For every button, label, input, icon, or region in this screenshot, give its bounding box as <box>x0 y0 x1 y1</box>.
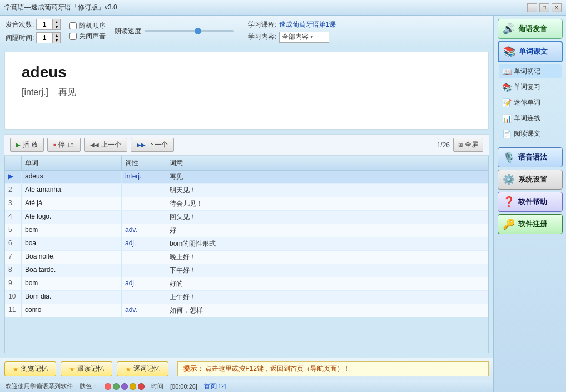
right-sidebar: 🔊 葡语发音 📚 单词课文 📖单词初记📚单词复习📝迷你单词📊单词连线📄阅读课文 … <box>494 16 566 392</box>
help-label: 软件帮助 <box>518 197 547 207</box>
close-sound-checkbox[interactable]: 关闭声音 <box>69 32 106 41</box>
follow-memory-button[interactable]: ★ 跟读记忆 <box>61 361 112 376</box>
row-pos <box>122 197 166 210</box>
help-button[interactable]: ❓ 软件帮助 <box>498 192 563 212</box>
spinner-up-interval[interactable]: ▲ <box>52 33 60 38</box>
skin-dot-0[interactable] <box>105 383 111 390</box>
phonetic-text: [interj.] <box>22 87 48 97</box>
browse-memory-button[interactable]: ★ 浏览记忆 <box>4 361 56 376</box>
pronunciation-button[interactable]: 🔊 葡语发音 <box>498 19 563 39</box>
row-word: bem <box>22 224 122 237</box>
skin-dots <box>105 383 145 390</box>
content-row: 学习内容: 全部内容 ▼ <box>248 32 336 43</box>
header-word: 单词 <box>22 156 122 170</box>
row-pos <box>122 251 166 264</box>
sidebar-sub-btn-4[interactable]: 📄阅读课文 <box>499 127 562 141</box>
sidebar-sub-btn-1[interactable]: 📚单词复习 <box>499 80 562 94</box>
table-row[interactable]: 7 Boa noite. 晚上好！ <box>5 251 488 264</box>
fullscreen-button[interactable]: ⊞ 全屏 <box>453 138 483 152</box>
random-order-input[interactable] <box>69 22 77 29</box>
table-row[interactable]: 11 como adv. 如何，怎样 <box>5 304 488 317</box>
grammar-label: 语音语法 <box>518 152 547 162</box>
row-num: 11 <box>5 304 22 317</box>
window-controls: — □ × <box>527 3 562 12</box>
pronounce-count-input[interactable]: 1 <box>37 19 52 29</box>
table-row[interactable]: 3 Até já. 待会儿见！ <box>5 197 488 211</box>
spinner-down-interval[interactable]: ▼ <box>52 38 60 43</box>
word-by-word-button[interactable]: ★ 逐词记忆 <box>117 361 168 376</box>
table-row[interactable]: 6 boa adj. bom的阴性形式 <box>5 237 488 251</box>
home-label[interactable]: 首页[12] <box>204 382 226 390</box>
word-table-body[interactable]: ▶ adeus interj. 再见 2 Até amanhã. 明天见！ 3 … <box>5 171 488 353</box>
row-num: 7 <box>5 251 22 264</box>
minimize-button[interactable]: — <box>527 3 537 12</box>
row-meaning: 待会儿见！ <box>166 197 488 210</box>
tip-box[interactable]: 提示： 点击这里或按F12键，返回到首页（导航页面）！ <box>177 361 489 376</box>
words-button[interactable]: 📚 单词课文 <box>498 41 563 62</box>
skin-dot-1[interactable] <box>113 383 120 390</box>
speed-label: 朗读速度 <box>115 27 141 36</box>
word-table-container: 单词 词性 词意 ▶ adeus interj. 再见 2 Até amanhã… <box>4 156 489 353</box>
speed-slider[interactable] <box>145 30 234 32</box>
skin-dot-4[interactable] <box>138 383 145 390</box>
spinner-down-pronounce[interactable]: ▼ <box>52 24 60 29</box>
next-button[interactable]: ▶▶ 下一个 <box>131 138 174 152</box>
row-word: Boa tarde. <box>22 264 122 277</box>
course-name: 速成葡萄牙语第1课 <box>279 20 336 29</box>
skin-dot-2[interactable] <box>121 383 128 390</box>
register-button[interactable]: 🔑 软件注册 <box>498 214 563 234</box>
header-pos: 词性 <box>122 156 166 170</box>
sidebar-sub-btn-0[interactable]: 📖单词初记 <box>499 64 562 78</box>
spacer1 <box>498 143 563 145</box>
row-meaning: 上午好！ <box>166 291 488 304</box>
table-row[interactable]: 5 bem adv. 好 <box>5 224 488 237</box>
random-order-label: 随机顺序 <box>79 21 106 31</box>
random-order-checkbox[interactable]: 随机顺序 <box>69 21 106 31</box>
row-num: 6 <box>5 237 22 250</box>
control-group-interval: 间隔时间: 1 ▲ ▼ <box>6 32 61 43</box>
table-row[interactable]: 4 Até logo. 回头见！ <box>5 211 488 224</box>
row-pos: adj. <box>122 237 166 250</box>
table-row[interactable]: 10 Bom dia. 上午好！ <box>5 291 488 304</box>
course-row: 学习课程: 速成葡萄牙语第1课 <box>248 20 336 29</box>
title-bar: 学葡语—速成葡萄牙语「修订版」v3.0 — □ × <box>0 0 566 16</box>
restore-button[interactable]: □ <box>539 3 549 12</box>
prev-button[interactable]: ◀◀ 上一个 <box>84 138 127 152</box>
table-row[interactable]: 9 bom adj. 好的 <box>5 277 488 291</box>
prev-label: 上一个 <box>101 140 121 150</box>
content-dropdown[interactable]: 全部内容 ▼ <box>279 32 329 43</box>
interval-input[interactable]: 1 <box>37 33 52 43</box>
word-by-word-label: 逐词记忆 <box>133 364 160 374</box>
pronounce-count-spinner[interactable]: 1 ▲ ▼ <box>36 19 61 30</box>
main-layout: 发音次数: 1 ▲ ▼ 间隔时间: 1 ▲ <box>0 16 566 392</box>
spinner-up-pronounce[interactable]: ▲ <box>52 19 60 24</box>
close-button[interactable]: × <box>552 3 562 12</box>
table-row[interactable]: 8 Boa tarde. 下午好！ <box>5 264 488 277</box>
close-sound-input[interactable] <box>69 33 77 40</box>
browse-memory-label: 浏览记忆 <box>21 364 48 374</box>
table-row[interactable]: 2 Até amanhã. 明天见！ <box>5 184 488 197</box>
play-label: 播 放 <box>23 140 38 150</box>
pronunciation-icon: 🔊 <box>503 23 515 35</box>
sub-icon-0: 📖 <box>502 67 512 76</box>
interval-spinner[interactable]: 1 ▲ ▼ <box>36 32 61 43</box>
sidebar-sub-btn-3[interactable]: 📊单词连线 <box>499 111 562 125</box>
row-pos: interj. <box>122 171 166 183</box>
time-label: 时间 <box>151 382 163 390</box>
sidebar-sub-btn-2[interactable]: 📝迷你单词 <box>499 96 562 110</box>
grammar-button[interactable]: 🎙️ 语音语法 <box>498 147 563 167</box>
row-word: bom <box>22 277 122 290</box>
next-icon: ▶▶ <box>137 142 146 148</box>
play-button[interactable]: ▶ 播 放 <box>10 138 44 152</box>
row-word: Até logo. <box>22 211 122 224</box>
stop-button[interactable]: ■ 停 止 <box>47 138 81 152</box>
skin-dot-3[interactable] <box>130 383 136 390</box>
table-row[interactable]: ▶ adeus interj. 再见 <box>5 171 488 184</box>
content-value: 全部内容 <box>282 32 309 42</box>
stop-label: 停 止 <box>58 140 73 150</box>
left-panel: 发音次数: 1 ▲ ▼ 间隔时间: 1 ▲ <box>0 16 494 392</box>
bottom-bar: ★ 浏览记忆 ★ 跟读记忆 ★ 逐词记忆 提示： 点击这里或按F12键，返回到首… <box>0 358 493 380</box>
row-meaning: 回头见！ <box>166 211 488 224</box>
row-meaning: 下午好！ <box>166 264 488 277</box>
settings-button[interactable]: ⚙️ 系统设置 <box>498 170 563 190</box>
